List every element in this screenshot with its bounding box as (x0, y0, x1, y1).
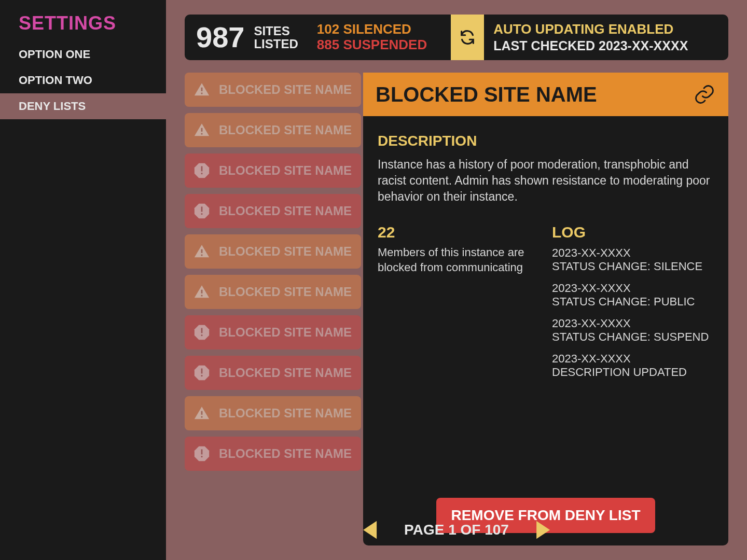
svg-rect-11 (201, 295, 203, 297)
log-entry: 2023-XX-XXXXSTATUS CHANGE: SUSPEND (552, 317, 714, 344)
site-list-item[interactable]: BLOCKED SITE NAME (185, 275, 361, 309)
sidebar-item-1[interactable]: OPTION TWO (0, 67, 166, 93)
site-list-item[interactable]: BLOCKED SITE NAME (185, 315, 361, 349)
next-page-button[interactable] (530, 516, 557, 543)
site-list-item[interactable]: BLOCKED SITE NAME (185, 113, 361, 147)
auto-update-last-checked: LAST CHECKED 2023-XX-XXXX (493, 38, 688, 53)
warning-triangle-icon (193, 121, 211, 139)
svg-rect-5 (201, 173, 203, 174)
site-list-item[interactable]: BLOCKED SITE NAME (185, 356, 361, 390)
svg-rect-14 (201, 369, 203, 374)
warning-octagon-icon (193, 445, 211, 463)
log-entry: 2023-XX-XXXXSTATUS CHANGE: PUBLIC (552, 282, 714, 309)
warning-triangle-icon (193, 243, 211, 260)
log-entry: 2023-XX-XXXXDESCRIPTION UPDATED (552, 352, 714, 379)
svg-rect-8 (201, 249, 203, 253)
site-item-name: BLOCKED SITE NAME (219, 123, 352, 137)
members-column: 22 Members of this instance are blocked … (378, 223, 540, 387)
main-content: 987 SITES LISTED 102 SILENCED 885 SUSPEN… (166, 0, 747, 560)
description-text: Instance has a history of poor moderatio… (378, 157, 714, 205)
svg-rect-15 (201, 375, 203, 376)
log-entry: 2023-XX-XXXXSTATUS CHANGE: SILENCE (552, 246, 714, 273)
detail-panel: BLOCKED SITE NAME DESCRIPTION Instance h… (363, 73, 728, 545)
sidebar-item-0[interactable]: OPTION ONE (0, 41, 166, 67)
refresh-button[interactable] (451, 15, 484, 60)
log-date: 2023-XX-XXXX (552, 282, 714, 295)
warning-octagon-icon (193, 202, 211, 220)
link-icon[interactable] (693, 83, 716, 106)
svg-rect-9 (201, 255, 203, 256)
site-item-name: BLOCKED SITE NAME (219, 285, 352, 299)
log-heading: LOG (552, 223, 714, 241)
site-item-name: BLOCKED SITE NAME (219, 446, 352, 461)
auto-update-status: AUTO UPDATING ENABLED LAST CHECKED 2023-… (493, 21, 688, 53)
warning-triangle-icon (193, 283, 211, 301)
warning-triangle-icon (193, 81, 211, 99)
svg-rect-1 (201, 93, 203, 94)
sites-label-bottom: LISTED (254, 37, 298, 50)
detail-body: DESCRIPTION Instance has a history of po… (363, 116, 728, 545)
log-action: STATUS CHANGE: SILENCE (552, 260, 714, 273)
warning-octagon-icon (193, 364, 211, 382)
stat-silenced: 102 SILENCED (317, 22, 427, 37)
svg-rect-17 (201, 416, 203, 418)
members-text: Members of this instance are blocked fro… (378, 245, 540, 275)
site-item-name: BLOCKED SITE NAME (219, 163, 352, 178)
sites-label-top: SITES (254, 24, 298, 37)
site-list-item[interactable]: BLOCKED SITE NAME (185, 396, 361, 430)
content-row: BLOCKED SITE NAMEBLOCKED SITE NAMEBLOCKE… (185, 73, 728, 545)
log-date: 2023-XX-XXXX (552, 246, 714, 260)
site-list-item[interactable]: BLOCKED SITE NAME (185, 194, 361, 228)
warning-octagon-icon (193, 324, 211, 341)
sidebar-item-2[interactable]: DENY LISTS (0, 93, 166, 119)
site-item-name: BLOCKED SITE NAME (219, 325, 352, 340)
svg-rect-12 (201, 328, 203, 333)
site-list-item[interactable]: BLOCKED SITE NAME (185, 153, 361, 188)
warning-octagon-icon (193, 162, 211, 179)
prev-page-button[interactable] (356, 516, 383, 543)
detail-columns: 22 Members of this instance are blocked … (378, 223, 714, 387)
site-item-name: BLOCKED SITE NAME (219, 406, 352, 421)
svg-rect-7 (201, 213, 203, 215)
site-list-item[interactable]: BLOCKED SITE NAME (185, 437, 361, 471)
svg-rect-19 (201, 456, 203, 457)
svg-rect-4 (201, 166, 203, 172)
stat-block: 102 SILENCED 885 SUSPENDED (317, 22, 427, 53)
auto-update-enabled: AUTO UPDATING ENABLED (493, 21, 688, 37)
svg-rect-0 (201, 88, 203, 91)
site-item-name: BLOCKED SITE NAME (219, 366, 352, 380)
log-column: LOG 2023-XX-XXXXSTATUS CHANGE: SILENCE20… (552, 223, 714, 387)
sidebar-top: SETTINGS OPTION ONEOPTION TWODENY LISTS (0, 0, 166, 127)
header-bar: 987 SITES LISTED 102 SILENCED 885 SUSPEN… (185, 15, 728, 60)
page-label: PAGE 1 OF 107 (404, 522, 509, 538)
sidebar-title: SETTINGS (0, 12, 166, 41)
log-action: STATUS CHANGE: PUBLIC (552, 295, 714, 309)
site-list: BLOCKED SITE NAMEBLOCKED SITE NAMEBLOCKE… (185, 73, 361, 545)
svg-rect-18 (201, 450, 203, 455)
stat-suspended: 885 SUSPENDED (317, 37, 427, 53)
sidebar: SETTINGS OPTION ONEOPTION TWODENY LISTS (0, 0, 166, 560)
description-heading: DESCRIPTION (378, 133, 714, 149)
log-action: DESCRIPTION UPDATED (552, 366, 714, 379)
site-item-name: BLOCKED SITE NAME (219, 244, 352, 259)
site-item-name: BLOCKED SITE NAME (219, 82, 352, 97)
sites-label: SITES LISTED (254, 24, 298, 50)
svg-rect-10 (201, 290, 203, 293)
log-date: 2023-XX-XXXX (552, 317, 714, 330)
site-list-item[interactable]: BLOCKED SITE NAME (185, 234, 361, 269)
refresh-icon (459, 29, 476, 46)
log-action: STATUS CHANGE: SUSPEND (552, 330, 714, 344)
pagination: PAGE 1 OF 107 (356, 516, 557, 543)
svg-rect-13 (201, 334, 203, 336)
detail-header: BLOCKED SITE NAME (363, 73, 728, 116)
members-count: 22 (378, 223, 540, 241)
sidebar-remainder (0, 127, 166, 560)
svg-rect-6 (201, 207, 203, 212)
site-item-name: BLOCKED SITE NAME (219, 204, 352, 218)
svg-rect-3 (201, 133, 203, 135)
detail-title: BLOCKED SITE NAME (376, 83, 597, 106)
warning-triangle-icon (193, 404, 211, 422)
svg-rect-16 (201, 411, 203, 415)
site-list-item[interactable]: BLOCKED SITE NAME (185, 73, 361, 107)
log-date: 2023-XX-XXXX (552, 352, 714, 366)
